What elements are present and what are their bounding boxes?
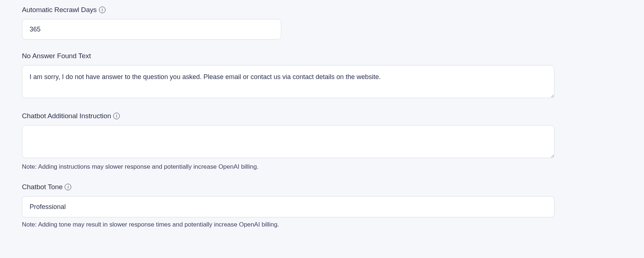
chatbot-tone-select[interactable]: Professional [22,196,555,217]
no-answer-textarea[interactable] [22,65,555,98]
no-answer-label-row: No Answer Found Text [22,52,622,60]
info-icon[interactable]: i [65,184,71,190]
settings-form: Automatic Recrawl Days i No Answer Found… [0,0,644,236]
recrawl-days-label-row: Automatic Recrawl Days i [22,6,622,14]
no-answer-field-group: No Answer Found Text [22,52,622,100]
note-prefix: Note: [22,163,37,170]
chatbot-tone-select-wrapper: Professional [22,196,555,217]
info-icon[interactable]: i [99,7,106,13]
additional-instruction-textarea[interactable] [22,125,555,158]
additional-instruction-field-group: Chatbot Additional Instruction i Note: A… [22,112,622,171]
note-text: Adding instructions may slower response … [37,163,258,170]
additional-instruction-note: Note: Adding instructions may slower res… [22,163,622,171]
recrawl-days-field-group: Automatic Recrawl Days i [22,6,622,40]
recrawl-days-label: Automatic Recrawl Days [22,6,97,14]
no-answer-label: No Answer Found Text [22,52,91,60]
note-prefix: Note: [22,221,37,228]
info-icon[interactable]: i [113,113,120,119]
additional-instruction-label-row: Chatbot Additional Instruction i [22,112,622,120]
chatbot-tone-label: Chatbot Tone [22,183,62,191]
chatbot-tone-field-group: Chatbot Tone i Professional Note: Adding… [22,183,622,228]
chatbot-tone-label-row: Chatbot Tone i [22,183,622,191]
note-text: Adding tone may result in slower respons… [37,221,279,228]
recrawl-days-input[interactable] [22,19,281,40]
additional-instruction-label: Chatbot Additional Instruction [22,112,111,120]
chatbot-tone-note: Note: Adding tone may result in slower r… [22,221,622,228]
